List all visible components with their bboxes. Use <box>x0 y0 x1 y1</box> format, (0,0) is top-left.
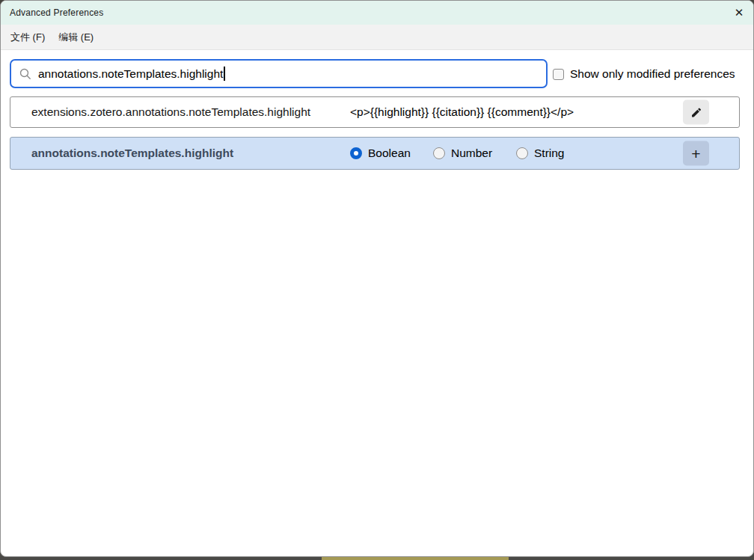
show-only-modified-label[interactable]: Show only modified preferences <box>570 67 735 81</box>
window-title: Advanced Preferences <box>10 7 103 18</box>
plus-icon: + <box>691 144 700 162</box>
edit-button[interactable] <box>683 100 709 125</box>
text-cursor <box>224 67 225 81</box>
radio-label: Number <box>451 147 492 160</box>
pref-row-existing[interactable]: extensions.zotero.annotations.noteTempla… <box>10 96 740 128</box>
radio-number <box>433 147 445 159</box>
close-icon: ✕ <box>735 6 744 19</box>
radio-label: Boolean <box>368 147 411 160</box>
new-pref-name: annotations.noteTemplates.highlight <box>31 147 233 160</box>
radio-boolean <box>350 147 362 159</box>
pref-name: extensions.zotero.annotations.noteTempla… <box>31 105 310 119</box>
pref-value: <p>{{highlight}} {{citation}} {{comment}… <box>350 105 574 119</box>
pencil-icon <box>690 106 702 118</box>
radio-string <box>516 147 528 159</box>
advanced-preferences-window: Advanced Preferences ✕ 文件 (F) 编辑 (E) ann… <box>0 0 754 557</box>
search-input[interactable]: annotations.noteTemplates.highlight <box>10 59 548 88</box>
type-option-string[interactable]: String <box>516 147 565 160</box>
show-only-modified-checkbox[interactable] <box>553 69 564 80</box>
close-button[interactable]: ✕ <box>729 4 749 22</box>
menu-edit[interactable]: 编辑 (E) <box>52 27 100 48</box>
menu-bar: 文件 (F) 编辑 (E) <box>1 25 753 50</box>
title-bar[interactable]: Advanced Preferences <box>1 1 753 25</box>
type-option-number[interactable]: Number <box>433 147 492 160</box>
search-input-value: annotations.noteTemplates.highlight <box>38 67 223 81</box>
add-button[interactable]: + <box>683 141 709 166</box>
type-option-boolean[interactable]: Boolean <box>350 147 411 160</box>
pref-row-new[interactable]: annotations.noteTemplates.highlight Bool… <box>10 137 740 170</box>
show-only-modified-control: Show only modified preferences <box>553 60 735 88</box>
search-icon <box>19 68 31 80</box>
radio-label: String <box>534 147 565 160</box>
menu-file[interactable]: 文件 (F) <box>4 27 52 48</box>
